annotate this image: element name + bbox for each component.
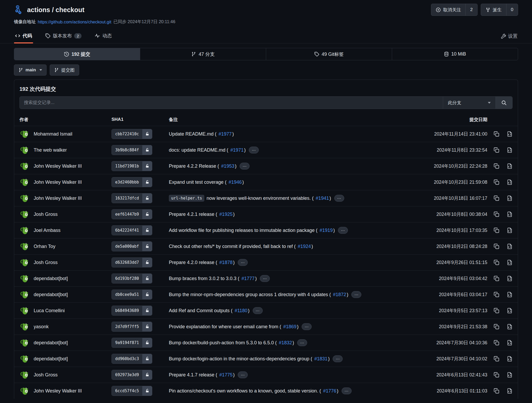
commit-message-text[interactable]: Prepare 4.2.2 Release ( [169, 163, 219, 169]
pr-link[interactable]: #1941 [316, 196, 329, 201]
more-button[interactable]: ⋯ [297, 339, 307, 346]
commit-author[interactable]: John Wesley Walker III [19, 161, 112, 171]
commit-message-text[interactable]: Expand unit test coverage ( [169, 180, 226, 185]
copy-sha-button[interactable] [494, 340, 499, 346]
commit-author[interactable]: John Wesley Walker III [19, 177, 112, 187]
pr-link[interactable]: #1869 [283, 324, 296, 330]
more-button[interactable]: ⋯ [238, 259, 248, 266]
more-button[interactable]: ⋯ [240, 163, 250, 170]
more-button[interactable]: ⋯ [238, 371, 248, 378]
stats-size[interactable]: 10 MiB [392, 48, 518, 60]
copy-sha-button[interactable] [494, 276, 499, 281]
pr-link[interactable]: #1971 [230, 147, 244, 153]
tab-releases[interactable]: 版本发布 2 [44, 29, 83, 43]
browse-source-button[interactable] [507, 163, 513, 169]
branch-selector[interactable]: main [14, 64, 47, 76]
commit-message-text[interactable]: Provide explanation for where user email… [169, 324, 281, 330]
search-button[interactable] [495, 97, 512, 109]
commit-message-text[interactable]: Bump docker/login-action in the minor-ac… [169, 356, 312, 362]
browse-source-button[interactable] [507, 276, 513, 281]
copy-sha-button[interactable] [494, 324, 499, 330]
branch-filter-select[interactable]: 此分支 [443, 97, 495, 109]
browse-source-button[interactable] [507, 260, 513, 265]
commit-message-text[interactable]: Update README.md ( [169, 131, 216, 137]
commit-sha-badge[interactable]: b684943689 [112, 306, 152, 316]
more-button[interactable]: ⋯ [338, 227, 348, 234]
pr-link[interactable]: #1872 [333, 292, 346, 297]
pr-link[interactable]: #1919 [320, 228, 333, 233]
commit-message-text[interactable]: Add workflow file for publishing release… [169, 228, 317, 233]
commit-sha-badge[interactable]: 6b42224f41 [112, 225, 152, 235]
pr-link[interactable]: #1953 [221, 163, 234, 169]
commit-sha-badge[interactable]: 3b9b8c884f [112, 145, 152, 155]
browse-source-button[interactable] [507, 147, 513, 153]
commit-author[interactable]: Luca Comellini [19, 306, 112, 315]
copy-sha-button[interactable] [494, 179, 499, 185]
more-button[interactable]: ⋯ [260, 275, 270, 282]
browse-source-button[interactable] [507, 211, 513, 217]
pr-link[interactable]: #1832 [279, 340, 292, 346]
copy-sha-button[interactable] [494, 356, 499, 362]
more-button[interactable]: ⋯ [302, 323, 312, 330]
commit-author[interactable]: Josh Gross [19, 370, 112, 380]
commit-author[interactable]: dependabot[bot] [19, 338, 112, 347]
commit-author[interactable]: John Wesley Walker III [19, 386, 112, 396]
pr-link[interactable]: #1977 [219, 131, 232, 137]
copy-sha-button[interactable] [494, 211, 499, 217]
commit-message-text[interactable]: Bump the minor-npm-dependencies group ac… [169, 292, 331, 297]
browse-source-button[interactable] [507, 372, 513, 378]
commit-sha-badge[interactable]: 2d7d9f7ff5 [112, 322, 152, 332]
commit-author[interactable]: Orhan Toy [19, 242, 112, 251]
commit-sha-badge[interactable]: cbb722410c [112, 129, 152, 139]
more-button[interactable]: ⋯ [342, 387, 352, 394]
browse-source-button[interactable] [507, 131, 513, 137]
fork-button[interactable]: 派生 0 [481, 4, 518, 16]
copy-sha-button[interactable] [494, 195, 499, 201]
commit-sha-badge[interactable]: de5a000abf [112, 241, 152, 251]
commit-sha-badge[interactable]: db0cee9a51 [112, 290, 152, 300]
browse-source-button[interactable] [507, 356, 513, 362]
copy-sha-button[interactable] [494, 260, 499, 265]
copy-sha-button[interactable] [494, 131, 499, 137]
mirror-url-link[interactable]: https://github.com/actions/checkout.git [38, 19, 112, 24]
more-button[interactable]: ⋯ [253, 307, 263, 314]
pr-link[interactable]: #1925 [219, 212, 232, 217]
commit-author[interactable]: Josh Gross [19, 210, 112, 219]
copy-sha-button[interactable] [494, 292, 499, 297]
pr-link[interactable]: #1946 [229, 180, 242, 185]
commit-author[interactable]: Josh Gross [19, 258, 112, 267]
copy-sha-button[interactable] [494, 308, 499, 314]
more-button[interactable]: ⋯ [351, 291, 361, 298]
commit-author[interactable]: Joel Ambass [19, 226, 112, 235]
copy-sha-button[interactable] [494, 372, 499, 378]
commit-message-text[interactable]: now leverages well-known environment var… [206, 196, 313, 201]
pr-link[interactable]: #1924 [298, 244, 311, 249]
browse-source-button[interactable] [507, 308, 513, 314]
commit-author[interactable]: Mohammad Ismail [19, 129, 112, 139]
commit-author[interactable]: yasonk [19, 322, 112, 331]
stats-commits[interactable]: 192 提交 [14, 48, 140, 60]
pr-link[interactable]: #1180 [235, 308, 247, 314]
commit-sha-badge[interactable]: dd960bd3c3 [112, 354, 152, 364]
browse-source-button[interactable] [507, 195, 513, 201]
commit-message-text[interactable]: Prepare 4.2.0 release ( [169, 260, 217, 265]
commit-sha-badge[interactable]: 692973e3d9 [112, 370, 152, 380]
commit-sha-badge[interactable]: e3d2460bbb [112, 177, 152, 187]
stats-branches[interactable]: 47 分支 [140, 48, 266, 60]
copy-sha-button[interactable] [494, 243, 499, 249]
commit-author[interactable]: dependabot[bot] [19, 354, 112, 364]
more-button[interactable]: ⋯ [333, 355, 343, 362]
tab-activity[interactable]: 动态 [94, 29, 113, 43]
commit-sha-badge[interactable]: 163217dfcd [112, 193, 152, 203]
browse-source-button[interactable] [507, 243, 513, 249]
commit-message-text[interactable]: docs: update README.md ( [169, 147, 228, 153]
browse-source-button[interactable] [507, 388, 513, 394]
tab-settings[interactable]: 设置 [500, 29, 518, 43]
copy-sha-button[interactable] [494, 227, 499, 233]
commit-search-input[interactable] [20, 97, 443, 109]
commit-message-text[interactable]: Prepare 4.1.7 release ( [169, 372, 217, 378]
pr-link[interactable]: #1831 [314, 356, 327, 362]
commit-sha-badge[interactable]: d632683dd7 [112, 257, 152, 267]
pr-link[interactable]: #1878 [219, 260, 232, 265]
forks-count[interactable]: 0 [506, 4, 518, 16]
